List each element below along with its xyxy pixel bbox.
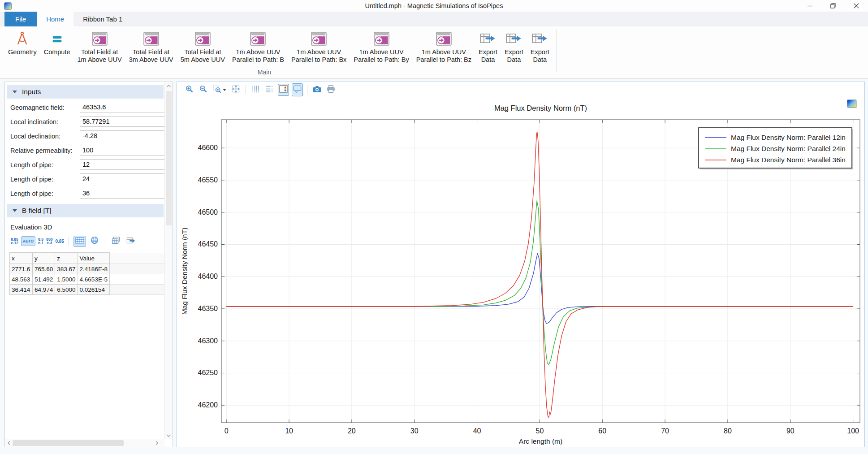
format-8.5e-1-button[interactable]: 8.5e-1: [38, 238, 43, 245]
tab-file[interactable]: File: [4, 12, 37, 26]
pipe-length-12-input[interactable]: [80, 159, 166, 170]
geometry-button[interactable]: Geometry: [5, 29, 40, 57]
print-button[interactable]: [325, 83, 337, 96]
plot-window-icon: [92, 30, 108, 47]
pipe-length-36-input[interactable]: [80, 188, 166, 199]
ribbon-button-label: Compute: [44, 48, 70, 56]
export-data-2-button[interactable]: Export Data: [501, 29, 527, 65]
x-axis-log-button[interactable]: [250, 83, 261, 96]
field-label: Local inclination:: [10, 118, 58, 125]
minimize-button[interactable]: [798, 0, 821, 12]
bfield-section-title: B field [T]: [22, 207, 51, 215]
y-tick-label: 46350: [198, 305, 218, 312]
tab-ribbon-tab-1[interactable]: Ribbon Tab 1: [73, 12, 132, 26]
ribbon-button-label: 1m Above UUV Parallel to Path: By: [354, 48, 409, 64]
table-header-cell[interactable]: Value: [78, 253, 109, 264]
local-inclination-input[interactable]: [80, 116, 166, 127]
compute-button[interactable]: Compute: [41, 29, 73, 57]
parallel-path-b-button[interactable]: 1m Above UUV Parallel to Path: B: [229, 29, 287, 65]
total-field-1m-button[interactable]: Total Field at 1m Above UUV: [74, 29, 125, 65]
table-row[interactable]: 36.41464.9746.50000.026154: [10, 285, 173, 295]
settings-vertical-scrollbar[interactable]: [164, 82, 173, 439]
vertical-scroll-thumb[interactable]: [166, 91, 172, 225]
ribbon-button-label: Export Data: [505, 48, 523, 64]
scroll-up-icon[interactable]: [165, 82, 173, 90]
show-legends-button[interactable]: [278, 84, 289, 96]
format-0.85-button[interactable]: 0.85: [55, 239, 64, 244]
print-icon: [327, 85, 335, 95]
copy-table-icon: [112, 237, 120, 246]
inputs-section-header[interactable]: Inputs: [7, 85, 164, 99]
x-tick-label: 30: [410, 427, 419, 435]
y-tick-label: 46500: [198, 208, 218, 216]
camera-icon: [313, 85, 321, 95]
zoom-box-button[interactable]: [212, 83, 228, 96]
table-header-cell[interactable]: z: [55, 253, 78, 264]
format-auto-button[interactable]: AUTO: [21, 236, 35, 246]
bfield-section-header[interactable]: B field [T]: [7, 204, 164, 217]
chart-area: 0102030405060708090100462004625046300463…: [177, 97, 864, 446]
plot-window-icon: [195, 30, 211, 47]
show-tooltips-button[interactable]: [292, 83, 303, 96]
table-cell: 36.414: [10, 285, 33, 295]
export-table-button[interactable]: [125, 235, 137, 247]
table-header-cell[interactable]: x: [10, 253, 33, 264]
parallel-path-bx-button[interactable]: 1m Above UUV Parallel to Path: Bx: [288, 29, 350, 65]
zoom-out-button[interactable]: [198, 83, 209, 96]
y-tick-label: 46600: [198, 144, 218, 151]
zoom-extents-button[interactable]: [230, 83, 242, 96]
restore-button[interactable]: [821, 0, 845, 12]
ribbon-button-label: 1m Above UUV Parallel to Path: Bx: [291, 48, 346, 64]
scroll-left-icon[interactable]: [5, 439, 13, 447]
plot-chart[interactable]: 0102030405060708090100462004625046300463…: [177, 97, 864, 446]
total-field-5m-button[interactable]: Total Field at 5m Above UUV: [177, 29, 228, 65]
geomagnetic-field-input[interactable]: [80, 102, 166, 112]
graphics-panel: 0102030405060708090100462004625046300463…: [177, 82, 865, 447]
scroll-down-icon[interactable]: [165, 432, 173, 439]
ribbon-button-label: Total Field at 5m Above UUV: [181, 48, 225, 64]
format-850e-3-button[interactable]: 850e-3: [46, 238, 52, 245]
show-table-button[interactable]: [73, 236, 86, 247]
table-cell: 6.5000: [55, 285, 78, 295]
x-tick-label: 50: [536, 427, 544, 435]
plot-window-corner-icon[interactable]: [847, 99, 856, 108]
plot-window-icon: [311, 30, 327, 47]
table-header-cell[interactable]: y: [33, 253, 55, 264]
parallel-path-by-button[interactable]: 1m Above UUV Parallel to Path: By: [350, 29, 412, 65]
tooltip-icon: [293, 85, 302, 95]
image-snapshot-button[interactable]: [311, 83, 323, 96]
x-tick-label: 80: [724, 427, 732, 435]
close-button[interactable]: [845, 0, 868, 12]
table-cell: 4.6653E-5: [78, 274, 109, 285]
color-legend-icon: [279, 85, 288, 95]
table-row[interactable]: 2771.6765.60383.672.4186E-8: [10, 264, 173, 274]
horizontal-scroll-thumb[interactable]: [13, 440, 124, 446]
scroll-right-icon[interactable]: [153, 439, 160, 447]
relative-permeability-input[interactable]: [80, 145, 166, 156]
field-row: Length of pipe:: [5, 158, 173, 172]
pipe-length-24-input[interactable]: [80, 173, 166, 184]
export-data-1-button[interactable]: Export Data: [475, 29, 501, 65]
ribbon: GeometryComputeTotal Field at 1m Above U…: [0, 26, 868, 79]
table-row[interactable]: 48.56351.4921.50004.6653E-5: [10, 274, 173, 285]
y-tick-label: 46250: [198, 369, 218, 376]
total-field-3m-button[interactable]: Total Field at 3m Above UUV: [126, 29, 177, 65]
format-8.85e-12-button[interactable]: 8.85e-12: [11, 238, 18, 245]
tab-home[interactable]: Home: [37, 12, 73, 26]
format-bottom-text: e-1: [38, 241, 43, 245]
y-tick-label: 46200: [198, 401, 218, 409]
parallel-path-bz-button[interactable]: 1m Above UUV Parallel to Path: Bz: [413, 29, 475, 65]
y-axis-log-button[interactable]: [264, 83, 275, 96]
globe-icon: [91, 236, 99, 246]
collapse-triangle-icon: [13, 209, 17, 212]
y-tick-label: 46450: [198, 240, 218, 248]
settings-horizontal-scrollbar[interactable]: [5, 439, 165, 447]
table-icon: [75, 237, 84, 246]
zoom-in-button[interactable]: [184, 83, 195, 96]
ribbon-group-label: Main: [0, 69, 529, 76]
local-declination-input[interactable]: [80, 130, 166, 141]
field-row: Geomagnetic field:: [5, 100, 173, 115]
copy-table-button[interactable]: [110, 235, 122, 247]
export-data-3-button[interactable]: Export Data: [527, 29, 553, 65]
full-precision-button[interactable]: [89, 235, 100, 247]
